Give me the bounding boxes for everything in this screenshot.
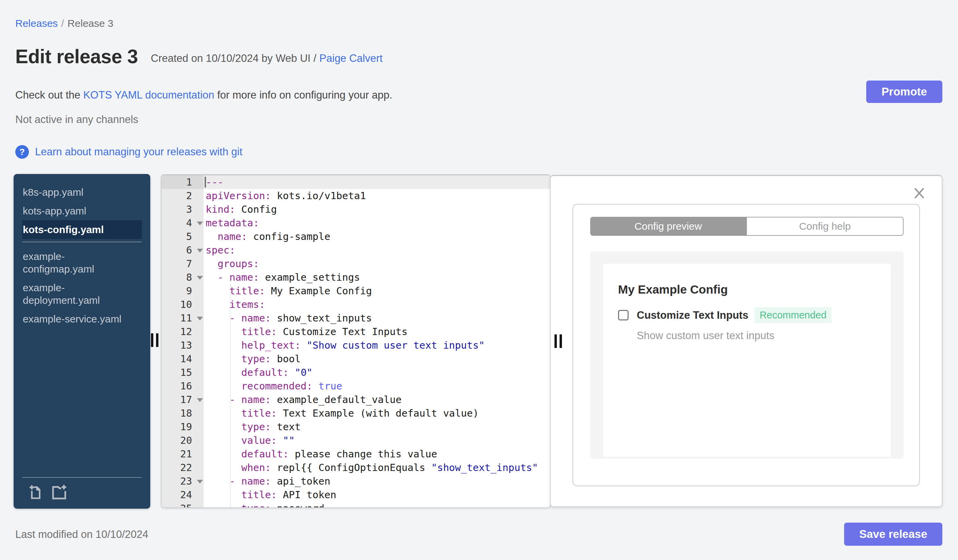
created-text: Created on 10/10/2024 by Web UI / [151, 52, 317, 64]
code-line-2: apiVersion: kots.io/v1beta1 [204, 189, 550, 202]
gutter-line-3: 3 [162, 202, 204, 216]
code-line-4: metadata: [204, 216, 550, 230]
gutter-line-2: 2 [162, 189, 204, 202]
fold-caret-icon[interactable] [197, 398, 203, 402]
sidebar-editor-resize-handle[interactable] [151, 333, 159, 347]
sidebar-divider [22, 242, 142, 242]
gutter-line-11: 11 [162, 311, 204, 325]
breadcrumb-releases-link[interactable]: Releases [15, 18, 58, 29]
file-name-label: kots-config.yaml [23, 223, 104, 236]
sidebar-file-kots-config.yaml[interactable]: kots-config.yaml [22, 220, 142, 239]
sidebar-file-k8s-app.yaml[interactable]: k8s-app.yaml [22, 183, 142, 201]
config-preview-panel: Config previewConfig help My Example Con… [550, 175, 942, 507]
gutter-line-16: 16 [162, 379, 204, 393]
breadcrumb-separator: / [58, 18, 67, 29]
gutter-line-12: 12 [162, 325, 204, 339]
file-name-label: example-configmap.yaml [23, 250, 125, 275]
fold-caret-icon[interactable] [197, 249, 203, 253]
gutter-line-15: 15 [162, 365, 204, 379]
code-line-25: type: password [204, 501, 550, 507]
promote-button[interactable]: Promote [866, 81, 942, 103]
code-line-12: title: Customize Text Inputs [204, 325, 550, 339]
breadcrumb-current: Release 3 [67, 18, 113, 29]
sidebar-file-example-service.yaml[interactable]: example-service.yaml [22, 310, 142, 328]
new-file-icon [29, 484, 44, 500]
fold-caret-icon[interactable] [197, 317, 203, 320]
created-author-link[interactable]: Paige Calvert [319, 52, 382, 64]
new-folder-icon [51, 484, 69, 500]
gutter-line-21: 21 [162, 447, 204, 461]
config-preview-card: Config previewConfig help My Example Con… [573, 204, 920, 486]
code-line-14: type: bool [204, 352, 550, 365]
code-line-21: default: please change this value [204, 447, 550, 461]
new-file-button[interactable] [29, 484, 44, 501]
config-item-label: Customize Text Inputs [637, 309, 748, 321]
save-release-button[interactable]: Save release [844, 523, 942, 546]
file-name-label: k8s-app.yaml [23, 186, 83, 198]
code-line-13: help_text: "Show custom user text inputs… [204, 339, 550, 352]
code-line-22: when: repl{{ ConfigOptionEquals "show_te… [204, 461, 550, 475]
fold-caret-icon[interactable] [197, 221, 203, 225]
code-line-18: title: Text Example (with default value) [204, 407, 550, 420]
kots-docs-link[interactable]: KOTS YAML documentation [83, 89, 214, 101]
code-line-11: - name: show_text_inputs [204, 311, 550, 325]
fold-caret-icon[interactable] [197, 276, 203, 280]
code-area[interactable]: ---apiVersion: kots.io/v1beta1kind: Conf… [204, 176, 550, 507]
file-list-examples: example-configmap.yamlexample-deployment… [22, 247, 142, 328]
config-preview-surface: My Example Config Customize Text Inputs … [590, 252, 904, 459]
close-icon [913, 186, 925, 200]
code-line-9: title: My Example Config [204, 284, 550, 298]
last-modified-text: Last modified on 10/10/2024 [15, 528, 148, 541]
docs-line: Check out the KOTS YAML documentation fo… [15, 89, 392, 101]
editor-panel-resize-handle[interactable] [555, 334, 562, 348]
docs-prefix: Check out the [15, 89, 83, 101]
code-line-16: recommended: true [204, 379, 550, 393]
tab-config-preview[interactable]: Config preview [590, 217, 746, 236]
gutter-line-23: 23 [162, 475, 204, 488]
code-line-20: value: "" [204, 433, 550, 447]
gutter-line-19: 19 [162, 420, 204, 433]
recommended-badge: Recommended [754, 307, 831, 323]
file-name-label: kots-app.yaml [23, 204, 86, 217]
gutter-line-7: 7 [162, 257, 204, 271]
gutter-line-18: 18 [162, 407, 204, 420]
page-title: Edit release 3 [15, 45, 138, 68]
help-question-icon[interactable]: ? [15, 145, 29, 159]
yaml-editor: 1234567891011121314151617181920212223242… [161, 174, 551, 508]
gutter-line-17: 17 [162, 393, 204, 407]
code-line-19: type: text [204, 420, 550, 433]
file-name-label: example-deployment.yaml [23, 282, 125, 307]
close-panel-button[interactable] [913, 186, 925, 201]
gutter: 1234567891011121314151617181920212223242… [162, 176, 204, 507]
file-sidebar: k8s-app.yamlkots-app.yamlkots-config.yam… [14, 174, 150, 509]
file-name-label: example-service.yaml [23, 313, 121, 325]
gutter-line-1: 1 [162, 176, 204, 189]
code-line-3: kind: Config [204, 202, 550, 216]
sidebar-file-kots-app.yaml[interactable]: kots-app.yaml [22, 201, 142, 220]
new-folder-button[interactable] [51, 484, 69, 501]
gutter-line-10: 10 [162, 298, 204, 311]
code-line-24: title: API token [204, 488, 550, 501]
code-line-6: spec: [204, 243, 550, 257]
gutter-line-14: 14 [162, 352, 204, 365]
file-list-primary: k8s-app.yamlkots-app.yamlkots-config.yam… [22, 183, 142, 239]
gutter-line-22: 22 [162, 461, 204, 475]
config-form: My Example Config Customize Text Inputs … [603, 264, 891, 457]
customize-text-inputs-checkbox[interactable] [618, 310, 628, 320]
channel-status: Not active in any channels [15, 114, 138, 126]
gutter-line-8: 8 [162, 271, 204, 284]
gutter-line-4: 4 [162, 216, 204, 230]
gutter-line-9: 9 [162, 284, 204, 298]
code-line-15: default: "0" [204, 365, 550, 379]
gutter-line-25: 25 [162, 501, 204, 508]
sidebar-file-example-configmap.yaml[interactable]: example-configmap.yaml [22, 247, 142, 278]
code-line-8: - name: example_settings [204, 271, 550, 284]
sidebar-file-example-deployment.yaml[interactable]: example-deployment.yaml [22, 278, 142, 310]
git-releases-link[interactable]: Learn about managing your releases with … [35, 146, 243, 158]
tab-config-help[interactable]: Config help [746, 217, 904, 236]
code-line-10: items: [204, 298, 550, 311]
panel-tabs: Config previewConfig help [590, 217, 904, 236]
created-meta: Created on 10/10/2024 by Web UI / Paige … [151, 52, 383, 68]
edit-release-page: Releases/Release 3 Edit release 3 Create… [0, 0, 958, 560]
fold-caret-icon[interactable] [197, 480, 203, 484]
